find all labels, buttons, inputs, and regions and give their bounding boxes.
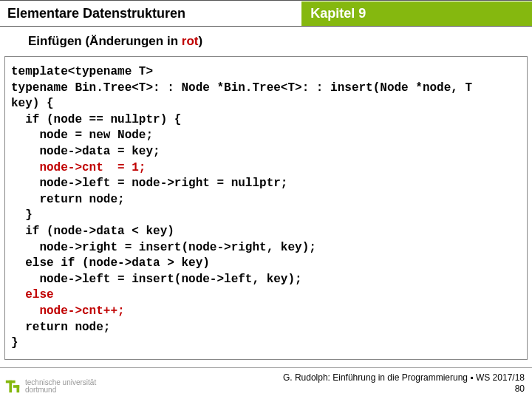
slide-footer: technische universität dortmund G. Rudol… [0, 372, 532, 395]
slide-credit: G. Rudolph: Einführung in die Programmie… [283, 372, 525, 395]
subhead-prefix: Einfügen (Änderungen in [28, 34, 182, 48]
header-title-right: Kapitel 9 [301, 1, 532, 26]
university-name: technische universität dortmund [25, 379, 96, 395]
code-line: node->left = insert(node->left, key); [11, 273, 302, 286]
code-line: typename Bin.Tree<T>: : Node *Bin.Tree<T… [11, 81, 472, 95]
credit-line: G. Rudolph: Einführung in die Programmie… [283, 372, 525, 383]
svg-rect-3 [17, 385, 20, 392]
code-line-indent [11, 304, 39, 318]
code-line: key) { [11, 97, 54, 110]
footer-divider [0, 367, 532, 368]
tu-logo-icon [4, 378, 21, 395]
code-line: node = new Node; [11, 129, 153, 142]
section-subheading: Einfügen (Änderungen in rot) [0, 27, 532, 55]
university-name-line2: dortmund [25, 386, 96, 395]
code-line: } [11, 336, 18, 349]
slide: Elementare Datenstrukturen Kapitel 9 Ein… [0, 0, 532, 399]
subhead-suffix: ) [198, 34, 202, 48]
slide-header: Elementare Datenstrukturen Kapitel 9 [0, 0, 532, 27]
university-logo: technische universität dortmund [4, 378, 96, 395]
code-line: else if (node->data > key) [11, 256, 210, 270]
code-line-indent [11, 288, 25, 301]
code-line-changed: else [25, 288, 53, 301]
code-line: template<typename T> [11, 65, 153, 78]
code-line: if (node->data < key) [11, 225, 174, 238]
svg-rect-1 [9, 381, 12, 393]
subhead-highlight: rot [182, 34, 199, 48]
code-line: return node; [11, 193, 125, 206]
code-line: node->right = insert(node->right, key); [11, 241, 316, 254]
code-line: if (node == nullptr) { [11, 113, 181, 126]
code-line: node->data = key; [11, 145, 160, 158]
code-line: } [11, 208, 33, 222]
header-title-left: Elementare Datenstrukturen [0, 1, 301, 26]
code-line-indent [11, 161, 39, 174]
code-listing: template<typename T> typename Bin.Tree<T… [4, 56, 528, 360]
code-line-changed: node->cnt = 1; [39, 161, 146, 174]
code-line: return node; [11, 321, 110, 334]
code-line-changed: node->cnt++; [39, 304, 124, 318]
slide-number: 80 [283, 383, 525, 395]
code-line: node->left = node->right = nullptr; [11, 177, 287, 190]
